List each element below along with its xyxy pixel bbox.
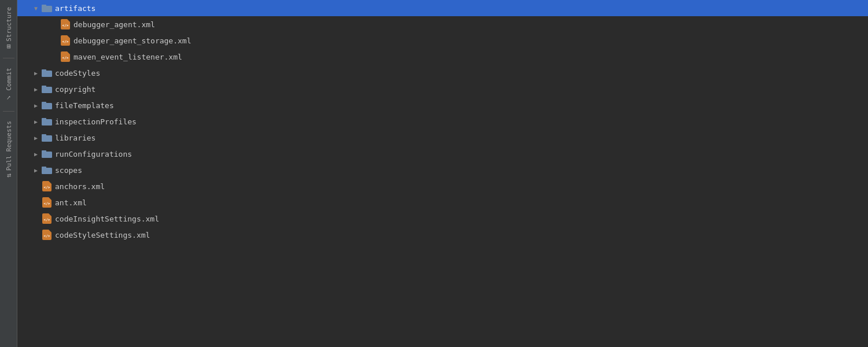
- xml-icon-anchors: </>: [42, 181, 52, 191]
- commit-icon: ✓: [5, 94, 13, 102]
- commit-label: Commit: [5, 68, 12, 91]
- tab-divider-2: [3, 111, 14, 112]
- sidebar-tabs: ⊞ Structure ✓ Commit ⇅ Pull Requests: [0, 0, 17, 347]
- svg-rect-9: [42, 118, 46, 120]
- chevron-libraries: [31, 133, 41, 142]
- sidebar-tab-commit[interactable]: ✓ Commit: [1, 61, 16, 109]
- structure-label: Structure: [5, 7, 12, 42]
- tree-item-copyright[interactable]: copyright: [17, 81, 868, 97]
- svg-rect-13: [42, 150, 46, 153]
- folder-icon-scopes: [42, 166, 52, 174]
- item-label-libraries: libraries: [55, 134, 95, 142]
- folder-icon-fileTemplates: [42, 101, 52, 109]
- item-label-codeStyles: codeStyles: [55, 69, 100, 77]
- svg-rect-7: [42, 102, 46, 104]
- sidebar-tab-pull-requests[interactable]: ⇅ Pull Requests: [1, 114, 16, 184]
- folder-icon-inspectionProfiles: [42, 117, 52, 125]
- chevron-artifacts: [31, 3, 41, 13]
- item-label-runConfigurations: runConfigurations: [55, 150, 132, 158]
- chevron-runConfigurations: [31, 149, 41, 158]
- sidebar-tab-structure[interactable]: ⊞ Structure: [1, 0, 16, 56]
- folder-icon-codeStyles: [42, 69, 52, 77]
- tree-item-fileTemplates[interactable]: fileTemplates: [17, 97, 868, 113]
- tree-item-debugger-agent-xml[interactable]: </> debugger_agent.xml: [17, 16, 868, 32]
- item-label-debugger-agent-xml: debugger_agent.xml: [73, 20, 155, 29]
- svg-rect-3: [42, 69, 46, 72]
- tree-item-codeStyleSettings-xml[interactable]: </> codeStyleSettings.xml: [17, 227, 868, 243]
- item-label-maven-event-listener-xml: maven_event_listener.xml: [73, 53, 182, 61]
- item-label-codeInsightSettings-xml: codeInsightSettings.xml: [55, 215, 159, 223]
- svg-rect-15: [42, 167, 46, 169]
- tree-item-codeInsightSettings-xml[interactable]: </> codeInsightSettings.xml: [17, 211, 868, 227]
- folder-icon-artifacts: [42, 4, 52, 12]
- chevron-scopes: [31, 165, 41, 175]
- svg-rect-5: [42, 86, 46, 88]
- tree-item-ant-xml[interactable]: </> ant.xml: [17, 194, 868, 211]
- xml-icon-codeInsightSettings: </>: [42, 213, 52, 224]
- tree-item-anchors-xml[interactable]: </> anchors.xml: [17, 178, 868, 194]
- tree-item-maven-event-listener-xml[interactable]: </> maven_event_listener.xml: [17, 49, 868, 65]
- item-label-ant-xml: ant.xml: [55, 198, 87, 207]
- tree-item-debugger-agent-storage-xml[interactable]: </> debugger_agent_storage.xml: [17, 32, 868, 49]
- xml-icon-codeStyleSettings: </>: [42, 230, 52, 240]
- chevron-copyright: [31, 84, 41, 94]
- folder-icon-runConfigurations: [42, 150, 52, 158]
- item-label-anchors-xml: anchors.xml: [55, 182, 105, 191]
- tree-item-inspectionProfiles[interactable]: inspectionProfiles: [17, 113, 868, 130]
- tree-item-artifacts[interactable]: artifacts: [17, 0, 868, 16]
- tab-divider-1: [3, 58, 14, 58]
- chevron-codeStyles: [31, 68, 41, 77]
- pull-requests-icon: ⇅: [5, 174, 13, 178]
- item-label-codeStyleSettings-xml: codeStyleSettings.xml: [55, 231, 150, 239]
- chevron-fileTemplates: [31, 101, 41, 110]
- xml-icon-debugger-agent-storage: </>: [60, 35, 71, 46]
- item-label-inspectionProfiles: inspectionProfiles: [55, 117, 137, 126]
- tree-item-codeStyles[interactable]: codeStyles: [17, 65, 868, 81]
- tree-item-scopes[interactable]: scopes: [17, 162, 868, 178]
- tree-item-runConfigurations[interactable]: runConfigurations: [17, 146, 868, 162]
- svg-rect-1: [42, 5, 46, 7]
- item-label-artifacts: artifacts: [55, 4, 95, 13]
- xml-icon-ant: </>: [42, 197, 52, 208]
- structure-icon: ⊞: [5, 45, 13, 49]
- xml-icon-debugger-agent: </>: [60, 19, 71, 29]
- svg-rect-11: [42, 134, 46, 136]
- tree-item-libraries[interactable]: libraries: [17, 130, 868, 146]
- file-tree: artifacts </> debugger_agent.xml </> deb…: [17, 0, 868, 347]
- item-label-debugger-agent-storage-xml: debugger_agent_storage.xml: [73, 36, 192, 45]
- item-label-fileTemplates: fileTemplates: [55, 101, 114, 110]
- item-label-copyright: copyright: [55, 85, 95, 94]
- xml-icon-maven-event-listener: </>: [60, 51, 71, 62]
- folder-icon-copyright: [42, 85, 52, 93]
- pull-requests-label: Pull Requests: [5, 121, 12, 171]
- folder-icon-libraries: [42, 134, 52, 142]
- chevron-inspectionProfiles: [31, 117, 41, 126]
- item-label-scopes: scopes: [55, 166, 82, 175]
